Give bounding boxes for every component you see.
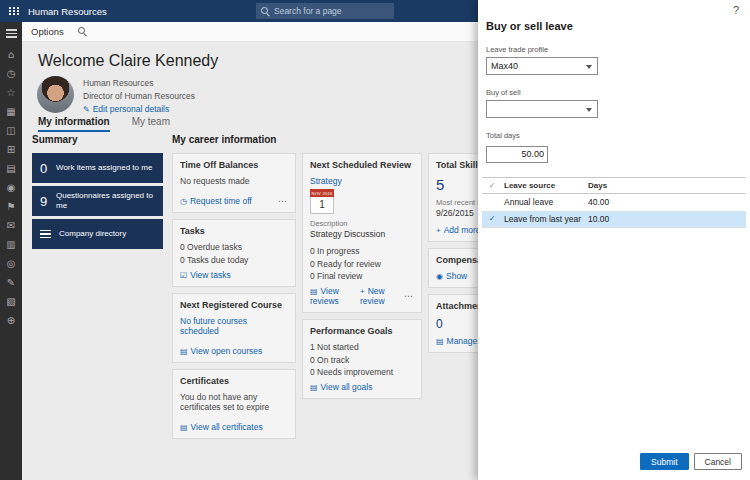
edit-icon: ✎ [83,105,90,114]
recent-icon[interactable]: ◷ [7,69,16,79]
card-tasks: Tasks 0 Overdue tasks 0 Tasks due today … [172,219,296,287]
view-all-goals-link[interactable]: ▤View all goals [310,382,372,392]
reports-icon[interactable]: ▥ [6,240,15,250]
more-button[interactable]: ⋯ [278,196,288,206]
leave-trade-profile-select[interactable]: Max40 [486,57,598,75]
card-time-off-balances: Time Off Balances No requests made ◷Requ… [172,153,296,213]
row-selected-check-icon: ✓ [482,214,502,223]
nav-sidebar: ⌂ ◷ ☆ ▦ ◫ ⊞ ▤ ◉ ⚑ ✉ ▥ ◎ ✎ ▧ ⊕ [0,22,22,480]
view-tasks-link[interactable]: ☑View tasks [180,270,231,280]
waffle-menu-icon[interactable] [9,7,20,15]
tab-my-information[interactable]: My information [38,116,110,132]
book-icon: ▤ [180,347,188,356]
action-search-icon[interactable] [78,27,87,36]
home-icon[interactable]: ⌂ [8,50,14,60]
time-off-status: No requests made [180,176,288,186]
avatar[interactable] [37,76,74,113]
buy-or-sell-label: Buy of sell [486,88,750,97]
leave-trade-profile-value: Max40 [491,61,518,71]
search-icon [261,7,270,16]
panel-footer: Submit Cancel [640,453,742,470]
app-title: Human Resources [28,6,107,17]
edit-personal-details-link[interactable]: ✎Edit personal details [83,104,169,114]
more-button[interactable]: ⋯ [404,291,414,301]
settings-icon[interactable]: ⊕ [7,316,15,326]
plus-icon: + [360,287,365,296]
buy-or-sell-select[interactable] [486,100,598,118]
leave-trade-profile-label: Leave trade profile [486,45,750,54]
profile-block: Human Resources Director of Human Resour… [37,76,195,117]
attach-icon: ▤ [436,337,444,346]
tile-work-items[interactable]: 0 Work items assigned to me [32,153,163,183]
grid-header-row: ✓ Leave source Days [482,177,746,194]
tab-my-team[interactable]: My team [132,116,170,132]
summary-heading: Summary [32,134,163,145]
column-days: Days [588,181,746,190]
profile-department: Human Resources [83,77,195,90]
card-next-scheduled-review: Next Scheduled Review Strategy NOV 2016 … [302,153,422,313]
review-description: Strategy Discussion [310,229,414,239]
buy-or-sell-leave-panel: ? Buy or sell leave Leave trade profile … [478,0,750,480]
review-name-link[interactable]: Strategy [310,176,342,186]
show-compensation-link[interactable]: ◉Show [436,271,467,281]
profile-job-title: Director of Human Resources [83,90,195,103]
new-review-link[interactable]: +New review [360,286,397,306]
summary-section: Summary 0 Work items assigned to me 9 Qu… [32,134,163,252]
page-search[interactable] [256,3,394,19]
tasks-check-icon: ☑ [180,271,187,280]
messages-icon[interactable]: ✉ [7,221,15,231]
search-input[interactable] [274,6,389,16]
people-icon[interactable]: ◉ [7,183,16,193]
submit-button[interactable]: Submit [640,453,688,470]
organization-icon[interactable]: ▤ [6,164,15,174]
help-button[interactable]: ? [733,4,739,16]
column-leave-source: Leave source [502,181,588,190]
employees-icon[interactable]: ⊞ [7,145,15,155]
table-row-leave-from-last-year[interactable]: ✓ Leave from last year 10.00 [482,211,746,228]
certificates-status: You do not have any certificates set to … [180,392,288,412]
view-reviews-link[interactable]: ▤View reviews [310,286,353,306]
table-row-annual-leave[interactable]: Annual leave 40.00 [482,194,746,211]
card-next-registered-course: Next Registered Course No future courses… [172,293,296,363]
leave-source-grid: ✓ Leave source Days Annual leave 40.00 ✓… [482,177,746,228]
options-button[interactable]: Options [31,26,64,37]
view-all-certificates-link[interactable]: ▤View all certificates [180,422,263,432]
total-days-label: Total days [486,131,750,140]
tile-questionnaires[interactable]: 9 Questionnaires assigned to me [32,186,163,216]
tile-company-directory[interactable]: Company directory [32,219,163,249]
request-time-off-link[interactable]: ◷Request time off [180,196,252,206]
cancel-button[interactable]: Cancel [694,453,742,470]
workspaces-icon[interactable]: ▦ [6,107,15,117]
clock-icon: ◷ [180,197,187,206]
hamburger-menu-icon[interactable] [6,29,17,38]
goals-icon[interactable]: ⚑ [7,202,16,212]
chevron-down-icon [586,108,592,112]
plus-icon: + [436,226,441,235]
app-root: Human Resources ⌂ ◷ ☆ ▦ ◫ ⊞ ▤ ◉ ⚑ ✉ ▥ ◎ … [0,0,750,480]
directory-list-icon [40,230,51,239]
calendar-icon: NOV 2016 1 [310,189,334,214]
chevron-down-icon [586,65,592,69]
total-days-input[interactable] [486,146,548,163]
page-title: Welcome Claire Kennedy [38,52,218,70]
card-performance-goals: Performance Goals 1 Not started 0 On tra… [302,319,422,399]
profile-tabs: My information My team [38,116,170,132]
certificate-icon: ▤ [180,423,188,432]
compensation-icon[interactable]: ◎ [7,259,16,269]
view-open-courses-link[interactable]: ▤View open courses [180,346,262,356]
favorites-icon[interactable]: ☆ [7,88,16,98]
select-all-check-icon[interactable]: ✓ [482,181,502,190]
reviews-icon: ▤ [310,287,318,296]
worker-icon[interactable]: ✎ [7,278,15,288]
modules-icon[interactable]: ◫ [6,126,15,136]
goals-flag-icon: ▤ [310,383,318,392]
eye-icon: ◉ [436,272,443,281]
tasks-icon[interactable]: ▧ [6,297,15,307]
course-status-link[interactable]: No future courses scheduled [180,316,288,336]
card-certificates: Certificates You do not have any certifi… [172,369,296,439]
panel-title: Buy or sell leave [486,20,750,32]
